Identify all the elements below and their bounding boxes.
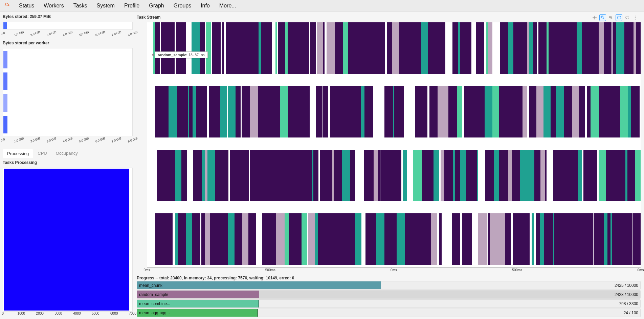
task-rect[interactable] [564,86,572,137]
task-rect[interactable] [540,150,545,201]
task-rect[interactable] [205,86,207,137]
task-rect[interactable] [352,150,355,201]
task-rect[interactable] [627,150,636,201]
task-rect[interactable] [348,22,353,74]
nav-more[interactable]: More... [215,0,241,12]
task-rect[interactable] [620,86,628,137]
task-rect[interactable] [399,22,407,74]
task-rect[interactable] [488,213,490,265]
task-rect[interactable] [228,86,236,137]
task-rect[interactable] [228,213,235,265]
task-rect[interactable] [536,86,543,137]
task-rect[interactable] [237,150,242,201]
task-rect[interactable] [288,150,291,201]
task-rect[interactable] [429,86,434,137]
task-rect[interactable] [530,86,536,137]
task-rect[interactable] [251,150,259,201]
task-rect[interactable] [460,150,466,201]
task-rect[interactable] [470,213,472,265]
task-rect[interactable] [471,86,477,137]
task-rect[interactable] [267,150,276,201]
task-rect[interactable] [560,150,569,201]
task-rect[interactable] [339,213,345,265]
task-rect[interactable] [410,213,413,265]
task-rect[interactable] [591,213,593,265]
task-rect[interactable] [376,213,378,265]
task-rect[interactable] [438,86,446,137]
task-rect[interactable] [390,22,392,74]
task-rect[interactable] [242,213,248,265]
task-rect[interactable] [448,86,456,137]
task-rect[interactable] [496,150,499,201]
task-rect[interactable] [329,213,334,265]
task-rect[interactable] [525,150,532,201]
task-rect[interactable] [469,22,471,74]
task-rect[interactable] [591,86,599,137]
task-rect[interactable] [619,150,625,201]
task-rect[interactable] [189,86,193,137]
task-rect[interactable] [559,22,564,74]
task-rect[interactable] [413,213,421,265]
task-rect[interactable] [422,150,427,201]
nav-status[interactable]: Status [14,0,39,12]
task-rect[interactable] [512,150,516,201]
task-rect[interactable] [234,22,239,74]
task-rect[interactable] [415,86,421,137]
task-rect[interactable] [569,150,571,201]
task-rect[interactable] [562,213,565,265]
task-rect[interactable] [579,86,585,137]
task-rect[interactable] [197,150,202,201]
task-rect[interactable] [268,213,276,265]
task-rect[interactable] [374,150,378,201]
task-rect[interactable] [250,86,258,137]
task-rect[interactable] [453,150,455,201]
task-rect[interactable] [213,86,220,137]
task-rect[interactable] [219,150,228,201]
task-rect[interactable] [278,22,285,74]
task-rect[interactable] [625,213,632,265]
task-rect[interactable] [443,213,452,265]
task-rect[interactable] [508,86,514,137]
task-rect[interactable] [553,22,558,74]
task-rect[interactable] [538,22,547,74]
task-rect[interactable] [324,150,329,201]
task-rect[interactable] [572,86,579,137]
task-rect[interactable] [496,213,505,265]
task-rect[interactable] [428,22,431,74]
task-rect[interactable] [634,213,641,265]
task-rect[interactable] [549,22,553,74]
task-rect[interactable] [308,213,315,265]
task-rect[interactable] [478,213,487,265]
task-rect[interactable] [295,22,304,74]
task-rect[interactable] [304,86,308,137]
task-rect[interactable] [325,213,329,265]
task-rect[interactable] [364,86,373,137]
task-rect[interactable] [384,86,387,137]
task-rect[interactable] [529,22,533,74]
task-rect[interactable] [492,86,499,137]
task-rect[interactable] [306,150,312,201]
task-rect[interactable] [508,150,512,201]
task-rect[interactable] [288,86,292,137]
task-rect[interactable] [540,213,545,265]
task-rect[interactable] [379,213,385,265]
task-rect[interactable] [488,150,494,201]
task-rect[interactable] [327,22,335,74]
task-rect[interactable] [184,213,186,265]
task-rect[interactable] [169,86,178,137]
task-rect[interactable] [403,150,407,201]
task-rect[interactable] [205,150,207,201]
task-rect[interactable] [330,86,336,137]
task-rect[interactable] [577,22,582,74]
task-rect[interactable] [392,22,399,74]
task-rect[interactable] [474,150,477,201]
task-rect[interactable] [263,86,268,137]
nav-workers[interactable]: Workers [39,0,68,12]
task-rect[interactable] [254,22,259,74]
task-rect[interactable] [298,86,304,137]
tab-cpu[interactable]: CPU [33,148,51,158]
progress-row[interactable]: mean_chunk2425 / 10000 [137,281,641,290]
task-rect[interactable] [544,213,552,265]
nav-profile[interactable]: Profile [119,0,144,12]
task-rect[interactable] [614,86,620,137]
